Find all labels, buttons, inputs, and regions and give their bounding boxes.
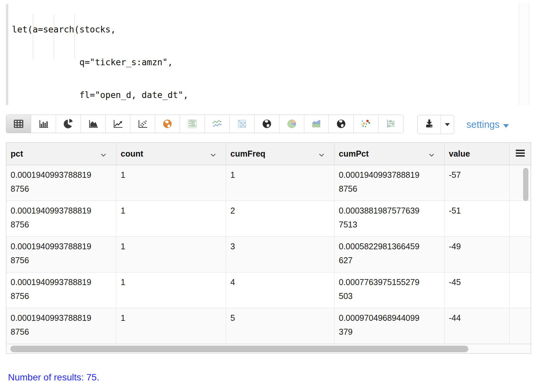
- column-label: count: [121, 149, 143, 159]
- column-label: cumPct: [339, 149, 369, 159]
- table-header-row: pct count cumFreq cumPct value: [6, 143, 531, 165]
- chevron-down-icon[interactable]: [429, 149, 434, 159]
- multi-line-chart-button[interactable]: [205, 115, 230, 133]
- cell-count: 1: [116, 165, 226, 201]
- column-label: value: [449, 149, 470, 159]
- caret-down-icon: [445, 122, 450, 127]
- cell-cumfreq: 4: [226, 272, 334, 308]
- column-menu-button[interactable]: [509, 143, 531, 165]
- area-chart-button[interactable]: [81, 115, 106, 133]
- horizontal-scrollbar-track[interactable]: [6, 344, 531, 353]
- globe-dark-icon: [261, 118, 272, 129]
- scatter-plot-icon: [137, 118, 148, 129]
- table-row: 0.00019409937888198756 1 4 0.00077639751…: [6, 272, 531, 308]
- column-label: cumFreq: [230, 149, 266, 159]
- code-editor-left-border: [6, 4, 8, 105]
- globe-dark-icon: [335, 118, 347, 129]
- settings-label: settings: [466, 119, 500, 130]
- globe-map-dark-button-2[interactable]: [329, 115, 354, 133]
- vertical-scrollbar-thumb[interactable]: [523, 168, 528, 201]
- multi-line-chart-icon: [211, 118, 223, 129]
- hamburger-menu-icon: [516, 150, 525, 158]
- cell-value: -57: [445, 165, 509, 201]
- pie-color-icon: [286, 118, 297, 129]
- cell-pct: 0.00019409937888198756: [6, 165, 116, 201]
- download-options-button[interactable]: [441, 115, 454, 134]
- cell-value: -51: [445, 201, 509, 236]
- area-chart-icon: [88, 118, 99, 129]
- cell-count: 1: [116, 272, 226, 308]
- globe-map-button[interactable]: [155, 115, 180, 133]
- cell-value: -44: [445, 308, 509, 344]
- cell-count: 1: [116, 308, 226, 344]
- cell-cumpct: 0.00038819875776397513: [334, 201, 445, 236]
- code-editor-scrollbar-track: [519, 3, 529, 105]
- pie-chart-icon: [63, 118, 74, 129]
- pie-chart-color-button[interactable]: [279, 115, 304, 133]
- column-header-cumfreq[interactable]: cumFreq: [226, 143, 334, 165]
- table-view-button[interactable]: [6, 115, 31, 133]
- visualization-toolbar: [6, 115, 403, 133]
- cell-pct: 0.00019409937888198756: [6, 272, 116, 308]
- settings-link[interactable]: settings: [466, 115, 509, 134]
- chevron-down-icon[interactable]: [319, 149, 324, 159]
- cell-spacer: [509, 272, 531, 308]
- code-line: let(a=search(stocks,: [12, 24, 188, 35]
- cell-spacer: [509, 201, 531, 236]
- table-icon: [13, 118, 24, 129]
- code-line: q="ticker_s:amzn",: [12, 57, 188, 68]
- line-chart-icon: [112, 118, 123, 129]
- download-icon: [424, 118, 435, 131]
- bar-chart-button[interactable]: [31, 115, 56, 133]
- cell-spacer: [509, 308, 531, 344]
- cell-cumfreq: 1: [226, 165, 334, 201]
- cell-pct: 0.00019409937888198756: [6, 308, 116, 344]
- column-header-cumpct[interactable]: cumPct: [334, 143, 445, 165]
- globe-orange-icon: [162, 118, 173, 129]
- cell-cumfreq: 5: [226, 308, 334, 344]
- cell-value: -45: [445, 272, 509, 308]
- column-header-pct[interactable]: pct: [6, 143, 116, 165]
- scatter-color-button[interactable]: [354, 115, 379, 133]
- code-editor[interactable]: let(a=search(stocks, q="ticker_s:amzn", …: [0, 0, 539, 107]
- table-row: 0.00019409937888198756 1 2 0.00038819875…: [6, 201, 531, 237]
- stacked-area-color-button[interactable]: [304, 115, 329, 133]
- results-table: pct count cumFreq cumPct value 0.0001940…: [6, 142, 531, 354]
- results-count-text: Number of results: 75.: [8, 372, 99, 383]
- table-body: 0.00019409937888198756 1 1 0.00019409937…: [6, 165, 531, 344]
- table-row: 0.00019409937888198756 1 3 0.00058229813…: [6, 237, 531, 272]
- cell-pct: 0.00019409937888198756: [6, 237, 116, 272]
- cell-spacer: [509, 237, 531, 272]
- column-header-value[interactable]: value: [445, 143, 509, 165]
- horizontal-scrollbar-thumb[interactable]: [10, 346, 468, 352]
- cell-count: 1: [116, 237, 226, 272]
- cell-cumpct: 0.00019409937888198756: [334, 165, 445, 201]
- column-header-count[interactable]: count: [116, 143, 226, 165]
- line-chart-button[interactable]: [106, 115, 131, 133]
- cell-cumpct: 0.0007763975155279503: [334, 272, 445, 308]
- caret-down-icon: [503, 119, 509, 130]
- cell-cumfreq: 3: [226, 237, 334, 272]
- stacked-area-icon: [311, 118, 322, 129]
- table-row: 0.00019409937888198756 1 1 0.00019409937…: [6, 165, 531, 201]
- scatter-color-icon: [360, 118, 372, 129]
- cell-cumpct: 0.0009704968944099379: [334, 308, 445, 344]
- code-line: fl="open_d, date_dt",: [12, 90, 188, 101]
- chevron-down-icon[interactable]: [101, 149, 106, 159]
- bubble-grid-icon: [187, 118, 198, 129]
- matrix-heatmap-button[interactable]: [230, 115, 255, 133]
- globe-map-dark-button[interactable]: [255, 115, 279, 133]
- dot-plot-button[interactable]: [379, 115, 403, 133]
- cell-pct: 0.00019409937888198756: [6, 201, 116, 236]
- chevron-down-icon[interactable]: [210, 149, 216, 159]
- cell-cumpct: 0.0005822981366459627: [334, 237, 445, 272]
- column-label: pct: [11, 149, 23, 159]
- pie-chart-button[interactable]: [56, 115, 81, 133]
- cell-count: 1: [116, 201, 226, 236]
- download-button[interactable]: [418, 115, 441, 134]
- matrix-heatmap-icon: [236, 118, 248, 129]
- table-row: 0.00019409937888198756 1 5 0.00097049689…: [6, 308, 531, 344]
- download-button-group: [417, 115, 454, 134]
- bubble-grid-button[interactable]: [180, 115, 205, 133]
- scatter-plot-button[interactable]: [130, 115, 155, 133]
